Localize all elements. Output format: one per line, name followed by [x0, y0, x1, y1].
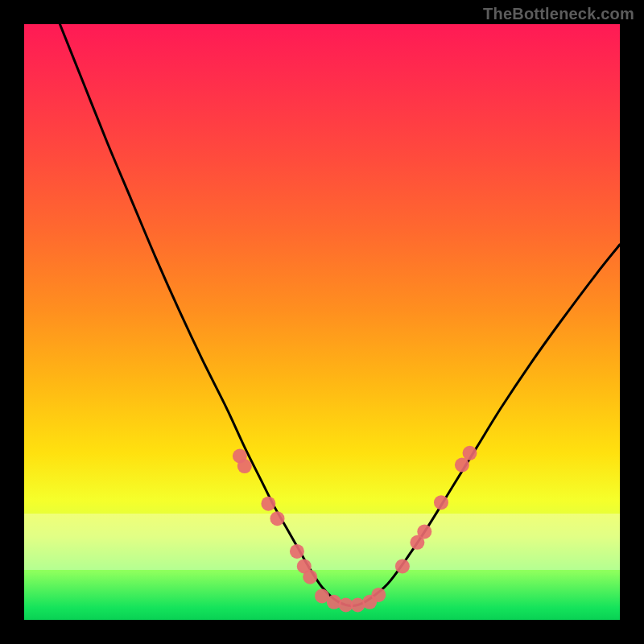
- data-marker: [233, 449, 247, 464]
- data-marker: [261, 497, 275, 511]
- marker-group: [233, 446, 477, 613]
- data-marker: [297, 559, 312, 573]
- curve-layer: [24, 24, 620, 620]
- data-marker: [290, 544, 304, 559]
- data-marker: [303, 570, 317, 584]
- data-marker: [434, 495, 448, 510]
- data-marker: [395, 559, 410, 573]
- data-marker: [339, 598, 353, 613]
- data-marker: [270, 511, 285, 526]
- data-marker: [417, 524, 431, 539]
- highlight-band: [24, 514, 620, 570]
- chart-frame: TheBottleneck.com: [0, 0, 644, 644]
- data-marker: [315, 588, 329, 603]
- data-marker: [362, 595, 377, 609]
- data-marker: [237, 459, 252, 473]
- data-marker: [327, 595, 341, 609]
- data-marker: [371, 588, 386, 602]
- data-marker: [350, 598, 365, 613]
- data-marker: [463, 446, 477, 460]
- plot-area: [24, 24, 620, 620]
- data-marker: [410, 535, 424, 550]
- watermark-text: TheBottleneck.com: [483, 5, 634, 23]
- bottleneck-curve-path: [60, 24, 620, 605]
- data-marker: [455, 458, 469, 473]
